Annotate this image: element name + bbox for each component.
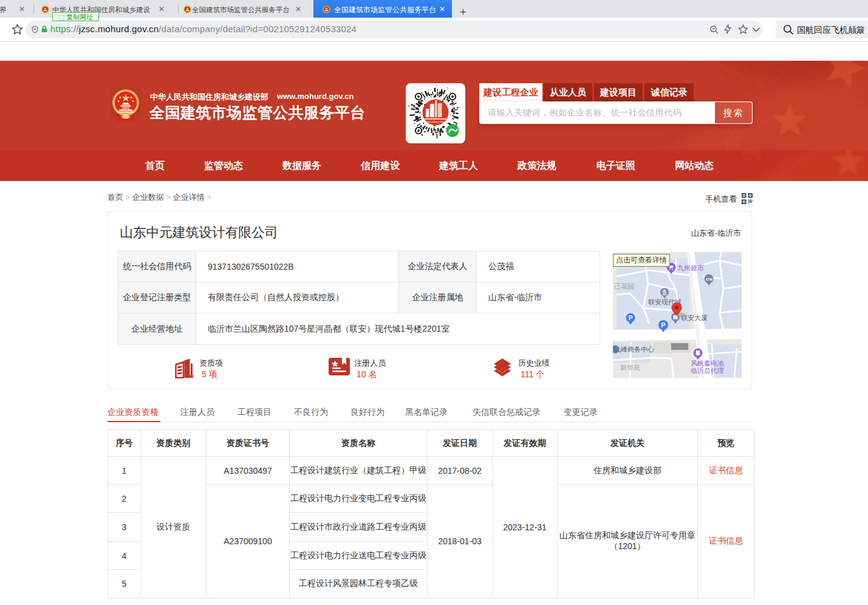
svg-text:临沂总代理: 临沂总代理 xyxy=(691,367,724,374)
svg-text:P: P xyxy=(661,321,665,329)
svg-text:ATM: ATM xyxy=(705,278,713,281)
svg-text:P: P xyxy=(629,315,633,321)
svg-text:风帆蓄电池: 风帆蓄电池 xyxy=(691,360,724,367)
svg-text:己花园: 己花园 xyxy=(614,282,634,290)
svg-text:全国建筑市场监管公共服务平台: 全国建筑市场监管公共服务平台 xyxy=(422,121,449,123)
svg-text:九州超市: 九州超市 xyxy=(677,264,704,272)
svg-text:新华苑: 新华苑 xyxy=(620,364,640,371)
svg-text:九峰商务中心: 九峰商务中心 xyxy=(614,346,654,353)
